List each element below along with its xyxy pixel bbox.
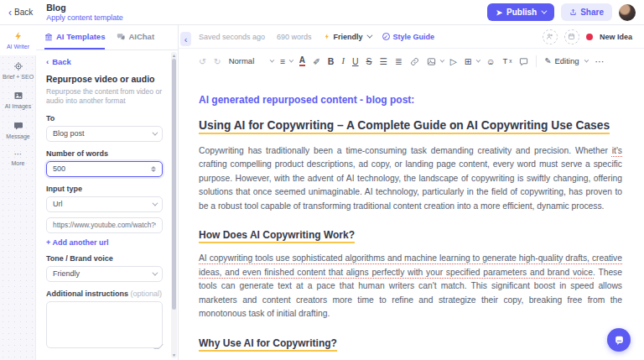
redo-button[interactable]: ↻ (214, 57, 221, 66)
chat-widget-icon (614, 335, 625, 346)
emoji-button[interactable]: ☺ (486, 57, 496, 66)
templates-panel: AI Templates AIChat ‹ Back Repurpose vid… (36, 25, 179, 360)
to-label: To (46, 114, 163, 123)
saved-status: Saved seconds ago (199, 33, 265, 41)
user-avatar[interactable] (619, 4, 636, 21)
lightning-icon (324, 33, 330, 40)
sidebar-item-message[interactable]: Message (0, 115, 36, 145)
tab-label: AI Templates (56, 32, 105, 41)
collapse-panel-button[interactable]: ‹ (180, 32, 191, 46)
scroll-up-icon[interactable]: ▲ (171, 53, 177, 58)
help-chat-button[interactable] (607, 328, 631, 352)
highlight-button[interactable]: ✐ (313, 57, 320, 66)
clear-t: T (502, 57, 507, 65)
table-insert-button[interactable]: ⊞ (465, 57, 479, 66)
tab-ai-chat[interactable]: AIChat (117, 25, 154, 50)
doc-paragraph-2: AI copywriting tools use sophisticated a… (199, 252, 622, 321)
text-color-button[interactable]: A (299, 56, 305, 66)
link-button[interactable] (410, 57, 419, 66)
chevron-down-icon (152, 269, 158, 275)
editing-mode-button[interactable]: ✎ Editing (544, 57, 587, 65)
p1-text-b: crafting compelling product descriptions… (199, 159, 622, 210)
sidebar-item-ai-writer[interactable]: AI Writer (0, 25, 36, 55)
doc-h2-why-text: Why Use AI for Copywriting? (199, 337, 337, 352)
add-another-url-link[interactable]: + Add another url (46, 238, 163, 247)
undo-button[interactable]: ↺ (199, 57, 206, 66)
doc-h1: Using AI for Copywriting – A Complete Gu… (199, 118, 622, 133)
align-select[interactable]: ≡ (280, 57, 292, 66)
formatting-toolbar: ↺ ↻ Normal ≡ A ✐ B I U S ☰ ≣ (179, 49, 644, 74)
paragraph-style-select[interactable]: Normal (229, 57, 273, 65)
tab-label: AIChat (128, 32, 154, 41)
tone-select[interactable]: Friendly (46, 266, 163, 282)
image-insert-button[interactable] (427, 57, 443, 66)
underline-button[interactable]: U (352, 57, 359, 66)
template-form: ‹ Back Repurpose video or audio Repurpos… (36, 50, 171, 360)
chevron-down-icon (288, 58, 293, 63)
input-type-select[interactable]: Url (46, 196, 163, 212)
clear-formatting-button[interactable]: Tx (502, 57, 512, 65)
lightning-icon (13, 31, 23, 41)
ordered-list-button[interactable]: ≣ (395, 57, 402, 66)
back-button[interactable]: ‹ Back (8, 8, 33, 18)
number-stepper[interactable] (151, 166, 156, 172)
italic-button[interactable]: I (341, 57, 345, 66)
panel-back-button[interactable]: ‹ Back (46, 57, 163, 66)
to-select[interactable]: Blog post (46, 126, 163, 142)
templates-icon (44, 33, 53, 41)
number-of-words-input[interactable] (53, 164, 120, 173)
document-canvas[interactable]: AI generated repurposed content - blog p… (179, 74, 644, 360)
editor-area: Saved seconds ago 690 words Friendly ✓ S… (179, 25, 644, 360)
paragraph-style-value: Normal (229, 57, 255, 65)
scroll-down-icon[interactable]: ▼ (171, 352, 177, 357)
strikethrough-button[interactable]: S (366, 57, 372, 66)
sidebar-item-ai-images[interactable]: AI Images (0, 85, 36, 115)
instructions-label-text: Additional instructions (46, 290, 128, 298)
doc-intro-heading: AI generated repurposed content - blog p… (199, 94, 622, 106)
tone-dropdown[interactable]: Friendly (324, 33, 371, 41)
comment-button[interactable] (519, 57, 528, 66)
sidebar-item-label: AI Writer (7, 44, 29, 50)
url-input[interactable] (46, 217, 163, 233)
panel-scrollbar[interactable]: ▲ ▼ (171, 52, 177, 358)
instructions-label: Additional instructions (optional) (46, 290, 163, 298)
p2-flagged-sentence: AI copywriting tools use sophisticated a… (199, 253, 622, 276)
apply-content-template-link[interactable]: Apply content template (46, 13, 123, 22)
sidebar-item-brief-seo[interactable]: Brief + SEO (0, 55, 36, 86)
toolbar-more-button[interactable]: ⋯ (595, 57, 604, 66)
toolbar-divider (536, 55, 537, 67)
back-label: Back (14, 8, 33, 17)
editor-status-bar: Saved seconds ago 690 words Friendly ✓ S… (179, 25, 644, 49)
video-insert-button[interactable]: ▷ (450, 57, 457, 66)
publish-button[interactable]: ➤ Publish (487, 3, 555, 21)
app-window: ‹ Back Blog Apply content template ➤ Pub… (0, 0, 644, 360)
editing-mode-label: Editing (554, 57, 579, 65)
assign-user-button[interactable] (543, 29, 558, 44)
doc-h2-how: How Does AI Copywriting Work? (199, 229, 622, 241)
sidebar-item-label: Brief + SEO (3, 74, 34, 81)
calendar-icon (568, 33, 575, 40)
target-icon (13, 61, 23, 71)
instructions-textarea[interactable] (46, 301, 163, 348)
document-meta: Blog Apply content template (46, 3, 123, 22)
scrollbar-thumb[interactable] (172, 59, 176, 310)
share-up-icon (569, 8, 577, 16)
share-button[interactable]: Share (561, 3, 612, 21)
bold-button[interactable]: B (328, 57, 335, 66)
schedule-button[interactable] (564, 29, 579, 44)
chat-bubble-icon (13, 121, 23, 131)
chevron-down-icon (584, 58, 589, 63)
publish-label: Publish (506, 8, 537, 17)
panel-back-label: Back (52, 57, 71, 66)
ellipsis-icon: ⋯ (14, 151, 23, 158)
status-dot-icon (586, 34, 593, 40)
to-value: Blog post (53, 129, 85, 138)
tone-label: Tone / Brand voice (46, 254, 163, 263)
header-actions: ➤ Publish Share (487, 3, 636, 21)
word-count: 690 words (277, 33, 312, 41)
tab-ai-templates[interactable]: AI Templates (44, 25, 105, 50)
bullet-list-button[interactable]: ☰ (380, 57, 387, 66)
style-guide-button[interactable]: ✓ Style Guide (382, 33, 435, 41)
comment-icon (519, 57, 528, 66)
sidebar-item-more[interactable]: ⋯ More (0, 145, 36, 172)
